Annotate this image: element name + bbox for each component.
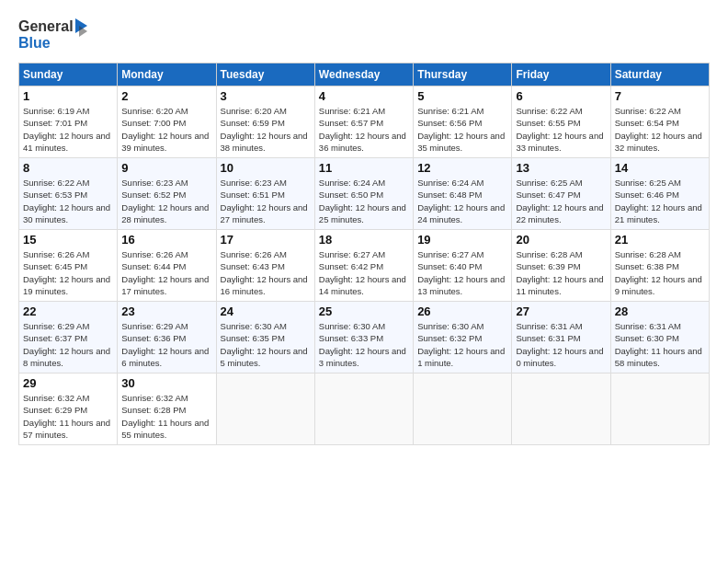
day-info: Sunrise: 6:20 AMSunset: 7:00 PMDaylight:… (121, 105, 211, 154)
calendar-day-cell: 2Sunrise: 6:20 AMSunset: 7:00 PMDaylight… (118, 86, 216, 158)
day-info: Sunrise: 6:22 AMSunset: 6:54 PMDaylight:… (615, 105, 705, 154)
daylight-label: Daylight: 12 hours and 0 minutes. (516, 346, 603, 368)
daylight-label: Daylight: 12 hours and 35 minutes. (417, 131, 505, 153)
day-number: 2 (121, 89, 211, 103)
daylight-label: Daylight: 12 hours and 19 minutes. (23, 274, 110, 296)
day-number: 12 (417, 161, 507, 175)
daylight-label: Daylight: 12 hours and 30 minutes. (23, 202, 110, 224)
day-info: Sunrise: 6:30 AMSunset: 6:33 PMDaylight:… (319, 320, 409, 369)
day-number: 4 (319, 89, 409, 103)
day-number: 1 (23, 89, 113, 103)
sunset-label: Sunset: 6:35 PM (221, 333, 285, 343)
daylight-label: Daylight: 12 hours and 13 minutes. (417, 274, 505, 296)
calendar-day-cell: 14Sunrise: 6:25 AMSunset: 6:46 PMDayligh… (610, 158, 709, 230)
daylight-label: Daylight: 12 hours and 5 minutes. (221, 346, 308, 368)
weekday-header-row: SundayMondayTuesdayWednesdayThursdayFrid… (19, 63, 710, 86)
sunset-label: Sunset: 6:56 PM (417, 118, 482, 128)
empty-cell (216, 373, 314, 445)
day-number: 17 (221, 233, 311, 247)
calendar-day-cell: 29Sunrise: 6:32 AMSunset: 6:29 PMDayligh… (19, 373, 118, 445)
sunset-label: Sunset: 6:47 PM (516, 190, 580, 200)
daylight-label: Daylight: 12 hours and 16 minutes. (221, 274, 308, 296)
daylight-label: Daylight: 12 hours and 28 minutes. (121, 202, 209, 224)
day-number: 3 (221, 89, 311, 103)
daylight-label: Daylight: 12 hours and 14 minutes. (319, 274, 406, 296)
day-number: 6 (516, 89, 606, 103)
daylight-label: Daylight: 12 hours and 36 minutes. (319, 131, 406, 153)
daylight-label: Daylight: 11 hours and 58 minutes. (615, 346, 702, 368)
sunset-label: Sunset: 6:28 PM (121, 405, 186, 415)
sunset-label: Sunset: 6:43 PM (221, 261, 285, 271)
weekday-header-monday: Monday (118, 63, 216, 86)
day-info: Sunrise: 6:25 AMSunset: 6:47 PMDaylight:… (516, 177, 606, 225)
daylight-label: Daylight: 12 hours and 22 minutes. (516, 202, 603, 224)
sunrise-label: Sunrise: 6:22 AM (615, 106, 681, 116)
day-number: 21 (615, 233, 705, 247)
calendar-week-row: 15Sunrise: 6:26 AMSunset: 6:45 PMDayligh… (19, 230, 710, 302)
sunset-label: Sunset: 7:00 PM (121, 118, 186, 128)
sunrise-label: Sunrise: 6:31 AM (516, 321, 582, 331)
calendar-day-cell: 18Sunrise: 6:27 AMSunset: 6:42 PMDayligh… (314, 230, 413, 302)
sunrise-label: Sunrise: 6:23 AM (121, 178, 188, 188)
sunset-label: Sunset: 6:53 PM (23, 190, 87, 200)
day-number: 15 (23, 233, 113, 247)
sunrise-label: Sunrise: 6:30 AM (417, 321, 483, 331)
day-info: Sunrise: 6:28 AMSunset: 6:38 PMDaylight:… (615, 248, 705, 297)
calendar-day-cell: 25Sunrise: 6:30 AMSunset: 6:33 PMDayligh… (314, 302, 413, 373)
sunset-label: Sunset: 6:33 PM (319, 333, 383, 343)
sunset-label: Sunset: 6:37 PM (23, 333, 87, 343)
day-number: 11 (319, 161, 409, 175)
weekday-header-wednesday: Wednesday (314, 63, 413, 86)
sunrise-label: Sunrise: 6:21 AM (319, 106, 385, 116)
day-info: Sunrise: 6:25 AMSunset: 6:46 PMDaylight:… (615, 177, 705, 225)
calendar-day-cell: 30Sunrise: 6:32 AMSunset: 6:28 PMDayligh… (118, 373, 216, 445)
calendar-day-cell: 26Sunrise: 6:30 AMSunset: 6:32 PMDayligh… (414, 302, 512, 373)
calendar-day-cell: 16Sunrise: 6:26 AMSunset: 6:44 PMDayligh… (118, 230, 216, 302)
calendar-day-cell: 5Sunrise: 6:21 AMSunset: 6:56 PMDaylight… (414, 86, 512, 158)
day-info: Sunrise: 6:24 AMSunset: 6:50 PMDaylight:… (319, 177, 409, 225)
day-info: Sunrise: 6:27 AMSunset: 6:42 PMDaylight:… (319, 248, 409, 297)
sunrise-label: Sunrise: 6:24 AM (417, 178, 483, 188)
day-number: 14 (615, 161, 705, 175)
day-info: Sunrise: 6:23 AMSunset: 6:52 PMDaylight:… (121, 177, 211, 225)
sunrise-label: Sunrise: 6:23 AM (221, 178, 287, 188)
sunrise-label: Sunrise: 6:26 AM (23, 249, 89, 259)
sunrise-label: Sunrise: 6:25 AM (615, 178, 681, 188)
calendar-day-cell: 27Sunrise: 6:31 AMSunset: 6:31 PMDayligh… (512, 302, 610, 373)
sunrise-label: Sunrise: 6:20 AM (121, 106, 188, 116)
sunset-label: Sunset: 6:42 PM (319, 261, 383, 271)
sunrise-label: Sunrise: 6:25 AM (516, 178, 582, 188)
day-info: Sunrise: 6:20 AMSunset: 6:59 PMDaylight:… (221, 105, 311, 154)
daylight-label: Daylight: 12 hours and 21 minutes. (615, 202, 702, 224)
day-info: Sunrise: 6:26 AMSunset: 6:43 PMDaylight:… (221, 248, 311, 297)
sunrise-label: Sunrise: 6:27 AM (417, 249, 483, 259)
sunrise-label: Sunrise: 6:22 AM (516, 106, 582, 116)
sunset-label: Sunset: 6:51 PM (221, 190, 285, 200)
day-info: Sunrise: 6:29 AMSunset: 6:36 PMDaylight:… (121, 320, 211, 369)
sunrise-label: Sunrise: 6:22 AM (23, 178, 89, 188)
day-number: 7 (615, 89, 705, 103)
sunset-label: Sunset: 6:36 PM (121, 333, 186, 343)
daylight-label: Daylight: 12 hours and 24 minutes. (417, 202, 505, 224)
day-number: 29 (23, 376, 113, 390)
day-number: 18 (319, 233, 409, 247)
day-info: Sunrise: 6:32 AMSunset: 6:29 PMDaylight:… (23, 392, 113, 441)
day-number: 25 (319, 304, 409, 318)
sunrise-label: Sunrise: 6:29 AM (23, 321, 89, 331)
calendar-day-cell: 13Sunrise: 6:25 AMSunset: 6:47 PMDayligh… (512, 158, 610, 230)
daylight-label: Daylight: 12 hours and 41 minutes. (23, 131, 110, 153)
empty-cell (512, 373, 610, 445)
weekday-header-friday: Friday (512, 63, 610, 86)
sunset-label: Sunset: 6:54 PM (615, 118, 679, 128)
daylight-label: Daylight: 12 hours and 11 minutes. (516, 274, 603, 296)
day-info: Sunrise: 6:30 AMSunset: 6:32 PMDaylight:… (417, 320, 507, 369)
logo: General Blue (18, 15, 92, 53)
calendar-day-cell: 24Sunrise: 6:30 AMSunset: 6:35 PMDayligh… (216, 302, 314, 373)
daylight-label: Daylight: 12 hours and 6 minutes. (121, 346, 209, 368)
sunset-label: Sunset: 6:30 PM (615, 333, 679, 343)
calendar-day-cell: 7Sunrise: 6:22 AMSunset: 6:54 PMDaylight… (610, 86, 709, 158)
day-info: Sunrise: 6:21 AMSunset: 6:57 PMDaylight:… (319, 105, 409, 154)
day-info: Sunrise: 6:26 AMSunset: 6:44 PMDaylight:… (121, 248, 211, 297)
day-info: Sunrise: 6:19 AMSunset: 7:01 PMDaylight:… (23, 105, 113, 154)
page: General Blue SundayMondayTuesdayWednesda… (0, 0, 728, 563)
